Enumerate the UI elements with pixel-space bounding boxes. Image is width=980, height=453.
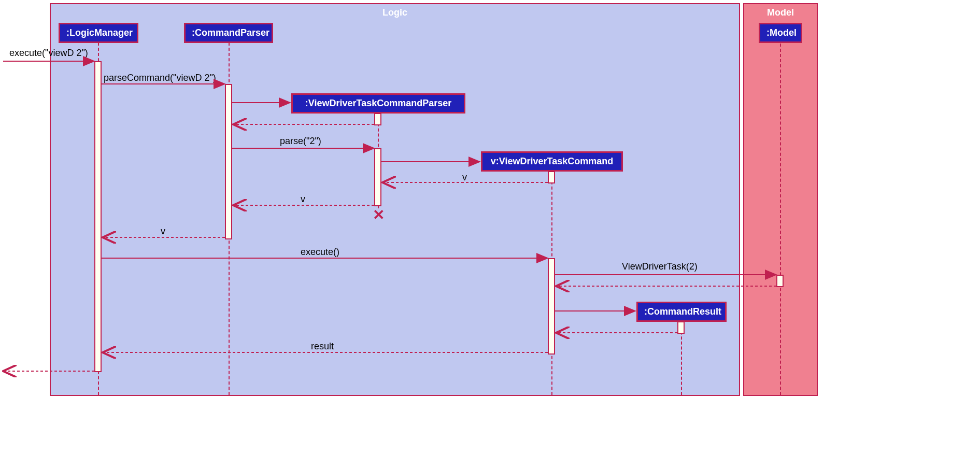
participant-vdtcommand-label: v:ViewDriverTaskCommand bbox=[491, 156, 613, 166]
participant-model: :Model bbox=[759, 23, 802, 43]
activation-vdtcparser-1 bbox=[374, 113, 381, 125]
participant-commandparser-label: :CommandParser bbox=[192, 27, 269, 38]
msg-parsecommand: parseCommand("viewD 2") bbox=[104, 73, 216, 83]
participant-vdtcparser: :ViewDriverTaskCommandParser bbox=[291, 93, 465, 114]
activation-vdtcparser-2 bbox=[374, 148, 381, 206]
participant-vdtcparser-label: :ViewDriverTaskCommandParser bbox=[305, 98, 451, 108]
activation-vdtcommand-2 bbox=[548, 258, 555, 355]
msg-execute2: execute() bbox=[301, 247, 339, 258]
frame-model-title: Model bbox=[767, 7, 794, 18]
activation-logicmanager bbox=[94, 61, 102, 372]
frame-logic: Logic bbox=[50, 3, 740, 396]
msg-return-v1: v bbox=[462, 172, 467, 183]
msg-result: result bbox=[311, 341, 334, 352]
participant-commandparser: :CommandParser bbox=[184, 23, 273, 43]
msg-return-v3: v bbox=[161, 226, 165, 237]
activation-commandparser bbox=[225, 84, 232, 239]
participant-commandresult-label: :CommandResult bbox=[644, 306, 721, 317]
frame-logic-title: Logic bbox=[382, 7, 407, 18]
activation-commandresult bbox=[677, 321, 685, 334]
participant-vdtcommand: v:ViewDriverTaskCommand bbox=[481, 151, 623, 172]
msg-viewdrivertask: ViewDriverTask(2) bbox=[622, 261, 698, 272]
msg-return-v2: v bbox=[301, 194, 305, 205]
participant-commandresult: :CommandResult bbox=[636, 302, 727, 322]
participant-logicmanager-label: :LogicManager bbox=[66, 27, 133, 38]
activation-model bbox=[776, 275, 784, 287]
participant-logicmanager: :LogicManager bbox=[59, 23, 138, 43]
msg-parse: parse("2") bbox=[280, 136, 321, 147]
msg-execute: execute("viewD 2") bbox=[9, 48, 88, 59]
participant-model-label: :Model bbox=[766, 27, 797, 38]
activation-vdtcommand-1 bbox=[548, 171, 555, 183]
lifeline-model bbox=[780, 44, 781, 395]
destroy-icon: ✕ bbox=[373, 211, 385, 219]
